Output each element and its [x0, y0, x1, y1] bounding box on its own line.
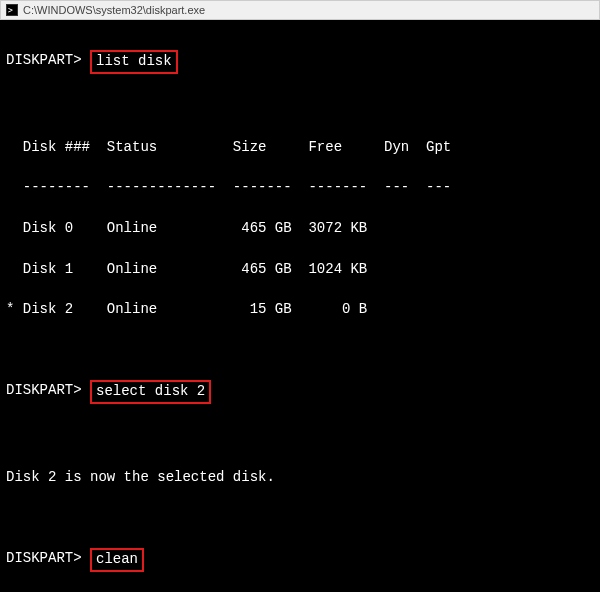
table-row: * Disk 2 Online 15 GB 0 B — [6, 299, 594, 319]
command-list-disk: list disk — [90, 50, 178, 74]
window-title: C:\WINDOWS\system32\diskpart.exe — [23, 4, 205, 16]
blank-line — [6, 96, 594, 116]
blank-line — [6, 426, 594, 446]
svg-text:>: > — [8, 6, 13, 15]
disk-table-header: Disk ### Status Size Free Dyn Gpt — [6, 137, 594, 157]
terminal-output[interactable]: DISKPART> list disk Disk ### Status Size… — [0, 20, 600, 592]
disk-table-separator: -------- ------------- ------- ------- -… — [6, 177, 594, 197]
prompt: DISKPART> — [6, 380, 90, 400]
blank-line — [6, 507, 594, 527]
command-clean: clean — [90, 548, 144, 572]
app-icon: > — [5, 3, 19, 17]
table-row: Disk 0 Online 465 GB 3072 KB — [6, 218, 594, 238]
prompt: DISKPART> — [6, 548, 90, 568]
window-titlebar: > C:\WINDOWS\system32\diskpart.exe — [0, 0, 600, 20]
command-line: DISKPART> list disk — [6, 50, 594, 74]
command-line: DISKPART> select disk 2 — [6, 380, 594, 404]
prompt: DISKPART> — [6, 50, 90, 70]
table-row: Disk 1 Online 465 GB 1024 KB — [6, 259, 594, 279]
command-select-disk: select disk 2 — [90, 380, 211, 404]
blank-line — [6, 340, 594, 360]
output-selected: Disk 2 is now the selected disk. — [6, 467, 594, 487]
command-line: DISKPART> clean — [6, 548, 594, 572]
